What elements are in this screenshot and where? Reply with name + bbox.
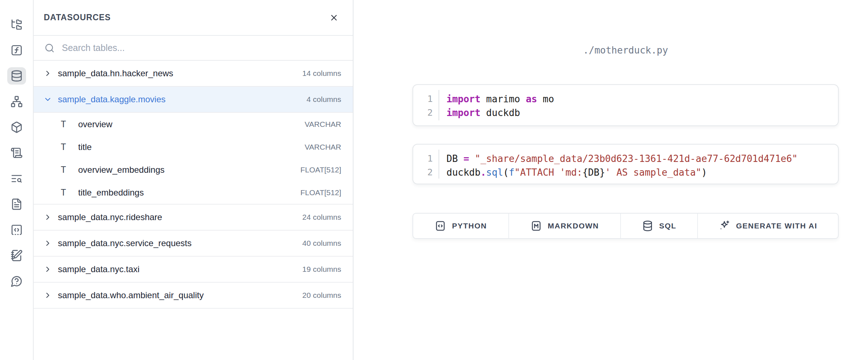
- search-icon: [45, 43, 55, 53]
- column-type: FLOAT[512]: [300, 166, 341, 174]
- table-name: sample_data.nyc.rideshare: [58, 212, 302, 222]
- column-type: VARCHAR: [305, 143, 341, 151]
- help-chat-icon: [10, 275, 23, 287]
- chevron-down-icon: [43, 95, 52, 104]
- table-search: [34, 36, 353, 61]
- table-row[interactable]: sample_data.who.ambient_air_quality 20 c…: [34, 283, 353, 309]
- markdown-icon: [530, 220, 542, 232]
- table-column-count: 24 columns: [302, 213, 341, 222]
- snippets-icon: [10, 224, 23, 236]
- add-sql-cell-button[interactable]: SQL: [621, 214, 698, 238]
- sidebar-item-tracing[interactable]: [7, 170, 26, 187]
- table-name: sample_data.nyc.taxi: [58, 264, 302, 274]
- table-name: sample_data.nyc.service_requests: [58, 238, 302, 248]
- sidebar-item-file-explorer[interactable]: [7, 16, 26, 33]
- datasources-panel: DATASOURCES sample_data.hn.hacker_news 1…: [34, 0, 353, 360]
- sidebar-item-help[interactable]: [7, 273, 26, 290]
- variables-icon: [10, 44, 23, 56]
- column-group: T overview VARCHAR T title VARCHAR T ove…: [34, 113, 353, 205]
- sidebar-item-packages[interactable]: [7, 119, 26, 136]
- column-name: title_embeddings: [78, 188, 300, 198]
- activity-bar: [0, 0, 34, 360]
- table-column-count: 14 columns: [302, 69, 341, 78]
- column-row[interactable]: T title_embeddings FLOAT[512]: [34, 181, 353, 204]
- table-column-count: 40 columns: [302, 239, 341, 248]
- close-panel-button[interactable]: [327, 11, 340, 24]
- database-icon: [642, 220, 653, 232]
- column-type: VARCHAR: [305, 120, 341, 129]
- column-row[interactable]: T title VARCHAR: [34, 136, 353, 158]
- table-row[interactable]: sample_data.nyc.rideshare 24 columns: [34, 205, 353, 231]
- dependency-graph-icon: [10, 95, 23, 108]
- column-name: title: [78, 142, 305, 152]
- notebook-area: ./motherduck.py 12 import marimo as moim…: [353, 0, 868, 360]
- logs-icon: [10, 147, 23, 159]
- column-row[interactable]: T overview_embeddings FLOAT[512]: [34, 158, 353, 181]
- documentation-icon: [10, 198, 23, 210]
- code-square-icon: [435, 220, 446, 232]
- sidebar-item-scratchpad[interactable]: [7, 247, 26, 264]
- close-icon: [329, 13, 339, 22]
- varchar-type-icon: T: [61, 165, 70, 175]
- chevron-right-icon: [43, 291, 52, 300]
- column-row[interactable]: T overview VARCHAR: [34, 113, 353, 136]
- page-title: DATASOURCES: [44, 13, 111, 22]
- table-name: sample_data.kaggle.movies: [58, 94, 306, 104]
- sidebar-item-variables[interactable]: [7, 42, 26, 59]
- packages-icon: [10, 121, 23, 133]
- varchar-type-icon: T: [61, 142, 70, 152]
- table-column-count: 4 columns: [306, 95, 341, 104]
- line-number-gutter: 12: [413, 150, 439, 179]
- varchar-type-icon: T: [61, 119, 70, 129]
- table-column-count: 19 columns: [302, 265, 341, 274]
- trace-search-icon: [10, 172, 23, 185]
- datasources-icon: [10, 70, 23, 82]
- marimo-app: DATASOURCES sample_data.hn.hacker_news 1…: [0, 0, 868, 360]
- code-cell[interactable]: 12 DB = "_share/sample_data/23b0d623-136…: [412, 144, 839, 184]
- table-name: sample_data.who.ambient_air_quality: [58, 290, 302, 300]
- column-name: overview_embeddings: [78, 165, 300, 175]
- table-column-count: 20 columns: [302, 291, 341, 300]
- search-input[interactable]: [62, 43, 342, 53]
- generate-with-ai-button[interactable]: GENERATE WITH AI: [698, 214, 838, 238]
- file-tree-icon: [10, 18, 23, 31]
- table-row[interactable]: sample_data.hn.hacker_news 14 columns: [34, 61, 353, 87]
- line-number-gutter: 12: [413, 90, 439, 120]
- chevron-right-icon: [43, 213, 52, 222]
- column-name: overview: [78, 119, 305, 129]
- table-row[interactable]: sample_data.nyc.taxi 19 columns: [34, 257, 353, 283]
- chevron-right-icon: [43, 265, 52, 274]
- table-row[interactable]: sample_data.nyc.service_requests 40 colu…: [34, 231, 353, 257]
- sidebar-item-dependency-graph[interactable]: [7, 93, 26, 110]
- code-editor[interactable]: import marimo as moimport duckdb: [439, 85, 554, 125]
- table-list: sample_data.hn.hacker_news 14 columns sa…: [34, 61, 353, 309]
- scratchpad-icon: [10, 249, 23, 262]
- add-python-cell-button[interactable]: PYTHON: [413, 214, 509, 238]
- sidebar-item-logs[interactable]: [7, 144, 26, 162]
- sidebar-item-documentation[interactable]: [7, 196, 26, 213]
- datasources-panel-header: DATASOURCES: [34, 0, 353, 36]
- chevron-right-icon: [43, 69, 52, 78]
- column-type: FLOAT[512]: [300, 188, 341, 197]
- notebook-filename[interactable]: ./motherduck.py: [412, 45, 839, 56]
- chevron-right-icon: [43, 239, 52, 248]
- table-name: sample_data.hn.hacker_news: [58, 68, 302, 78]
- code-editor[interactable]: DB = "_share/sample_data/23b0d623-1361-4…: [439, 145, 798, 184]
- sparkles-icon: [719, 220, 730, 232]
- add-cell-toolbar: PYTHON MARKDOWN SQL GENERATE WITH AI: [412, 213, 839, 239]
- sidebar-item-datasources[interactable]: [7, 67, 26, 85]
- table-row[interactable]: sample_data.kaggle.movies 4 columns: [34, 87, 353, 113]
- code-cell[interactable]: 12 import marimo as moimport duckdb: [412, 84, 839, 126]
- sidebar-item-snippets[interactable]: [7, 221, 26, 239]
- add-markdown-cell-button[interactable]: MARKDOWN: [509, 214, 621, 238]
- varchar-type-icon: T: [61, 188, 70, 198]
